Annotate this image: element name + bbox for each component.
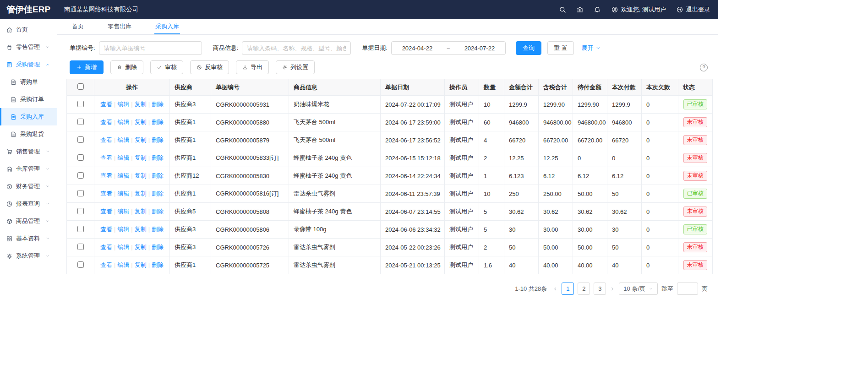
- row-checkbox[interactable]: [77, 226, 84, 232]
- action-delete-link[interactable]: 删除: [152, 190, 164, 197]
- action-delete-link[interactable]: 删除: [152, 244, 164, 250]
- delete-button[interactable]: 删除: [110, 60, 143, 74]
- row-checkbox[interactable]: [77, 136, 84, 143]
- action-delete-link[interactable]: 删除: [152, 208, 164, 215]
- sidebar-subitem-4[interactable]: 采购退货: [0, 125, 57, 143]
- sidebar-item-7[interactable]: 报表查询: [0, 195, 57, 212]
- sidebar-item-5[interactable]: 仓库管理: [0, 160, 57, 178]
- action-delete-link[interactable]: 删除: [152, 119, 164, 125]
- row-checkbox[interactable]: [77, 101, 84, 107]
- tab-2[interactable]: 零售出库: [107, 19, 132, 34]
- bill-no-input[interactable]: [99, 41, 202, 55]
- page-number-1[interactable]: 1: [562, 283, 574, 295]
- action-view-link[interactable]: 查看: [100, 190, 112, 197]
- logout-button[interactable]: 退出登录: [676, 5, 710, 14]
- action-copy-link[interactable]: 复制: [135, 261, 147, 268]
- product-info-input[interactable]: [242, 41, 351, 55]
- action-copy-link[interactable]: 复制: [135, 101, 147, 108]
- action-delete-link[interactable]: 删除: [152, 154, 164, 161]
- action-edit-link[interactable]: 编辑: [117, 172, 129, 179]
- action-view-link[interactable]: 查看: [100, 226, 112, 233]
- add-label: 新增: [85, 63, 97, 71]
- date-start-input[interactable]: [397, 45, 437, 52]
- action-view-link[interactable]: 查看: [100, 208, 112, 215]
- sidebar-subitem-1[interactable]: 请购单: [0, 73, 57, 91]
- action-view-link[interactable]: 查看: [100, 172, 112, 179]
- row-checkbox[interactable]: [77, 244, 84, 250]
- sidebar-item-3[interactable]: 采购管理: [0, 56, 57, 73]
- unaudit-button[interactable]: 反审核: [190, 60, 229, 74]
- action-copy-link[interactable]: 复制: [135, 226, 147, 233]
- action-copy-link[interactable]: 复制: [135, 244, 147, 250]
- sidebar-subitem-3[interactable]: 采购入库: [0, 108, 57, 125]
- sidebar-item-10[interactable]: 系统管理: [0, 247, 57, 265]
- action-edit-link[interactable]: 编辑: [117, 244, 129, 250]
- action-copy-link[interactable]: 复制: [135, 172, 147, 179]
- column-settings-button[interactable]: 列设置: [276, 60, 315, 74]
- date-end-input[interactable]: [459, 45, 500, 52]
- row-checkbox[interactable]: [77, 154, 84, 161]
- sidebar-item-4[interactable]: 销售管理: [0, 143, 57, 160]
- action-delete-link[interactable]: 删除: [152, 261, 164, 268]
- action-edit-link[interactable]: 编辑: [117, 119, 129, 125]
- cell-date: 2024-05-21 00:13:25: [381, 256, 445, 274]
- cell-product: 蜂蜜柚子茶 240g 黄色: [289, 149, 381, 167]
- page-size-select[interactable]: 10 条/页: [619, 283, 658, 295]
- action-copy-link[interactable]: 复制: [135, 119, 147, 125]
- page-number-3[interactable]: 3: [594, 283, 606, 295]
- jump-page-input[interactable]: [677, 283, 698, 295]
- add-button[interactable]: 新增: [70, 60, 104, 74]
- action-copy-link[interactable]: 复制: [135, 136, 147, 143]
- action-edit-link[interactable]: 编辑: [117, 101, 129, 108]
- action-copy-link[interactable]: 复制: [135, 208, 147, 215]
- action-delete-link[interactable]: 删除: [152, 226, 164, 233]
- action-view-link[interactable]: 查看: [100, 244, 112, 250]
- sidebar-item-1[interactable]: 首页: [0, 21, 57, 38]
- bell-icon[interactable]: [594, 6, 601, 13]
- bill-date-label: 单据日期:: [362, 44, 388, 52]
- bank-icon[interactable]: [576, 6, 584, 13]
- action-delete-link[interactable]: 删除: [152, 172, 164, 179]
- select-all-checkbox[interactable]: [77, 83, 84, 90]
- action-copy-link[interactable]: 复制: [135, 190, 147, 197]
- action-edit-link[interactable]: 编辑: [117, 190, 129, 197]
- sidebar-subitem-2[interactable]: 采购订单: [0, 91, 57, 108]
- reset-button[interactable]: 重 置: [547, 41, 574, 55]
- action-view-link[interactable]: 查看: [100, 261, 112, 268]
- sidebar-item-2[interactable]: 零售管理: [0, 38, 57, 56]
- sidebar-item-9[interactable]: 基本资料: [0, 230, 57, 247]
- next-page-icon[interactable]: [610, 286, 615, 292]
- row-checkbox[interactable]: [77, 208, 84, 214]
- action-view-link[interactable]: 查看: [100, 154, 112, 161]
- row-checkbox[interactable]: [77, 190, 84, 196]
- action-edit-link[interactable]: 编辑: [117, 154, 129, 161]
- action-view-link[interactable]: 查看: [100, 101, 112, 108]
- sidebar-item-8[interactable]: 商品管理: [0, 212, 57, 230]
- action-edit-link[interactable]: 编辑: [117, 136, 129, 143]
- tab-3[interactable]: 采购入库: [154, 19, 180, 34]
- page-number-2[interactable]: 2: [578, 283, 590, 295]
- action-edit-link[interactable]: 编辑: [117, 261, 129, 268]
- action-view-link[interactable]: 查看: [100, 136, 112, 143]
- prev-page-icon[interactable]: [552, 286, 558, 292]
- action-view-link[interactable]: 查看: [100, 119, 112, 125]
- search-button[interactable]: 查询: [516, 41, 541, 55]
- audit-button[interactable]: 审核: [150, 60, 183, 74]
- action-delete-link[interactable]: 删除: [152, 136, 164, 143]
- help-icon[interactable]: [700, 64, 708, 71]
- export-button[interactable]: 导出: [236, 60, 269, 74]
- date-range-picker[interactable]: ~: [391, 41, 506, 55]
- action-delete-link[interactable]: 删除: [152, 101, 164, 108]
- cell-product: 雷达杀虫气雾剂: [289, 239, 381, 256]
- row-checkbox[interactable]: [77, 119, 84, 125]
- row-checkbox[interactable]: [77, 172, 84, 179]
- welcome-user[interactable]: 欢迎您, 测试用户: [611, 5, 666, 14]
- row-checkbox[interactable]: [77, 261, 84, 268]
- action-edit-link[interactable]: 编辑: [117, 208, 129, 215]
- action-edit-link[interactable]: 编辑: [117, 226, 129, 233]
- expand-toggle[interactable]: 展开: [582, 44, 601, 52]
- search-icon[interactable]: [559, 6, 566, 13]
- tab-1[interactable]: 首页: [71, 19, 85, 34]
- action-copy-link[interactable]: 复制: [135, 154, 147, 161]
- sidebar-item-6[interactable]: 财务管理: [0, 178, 57, 195]
